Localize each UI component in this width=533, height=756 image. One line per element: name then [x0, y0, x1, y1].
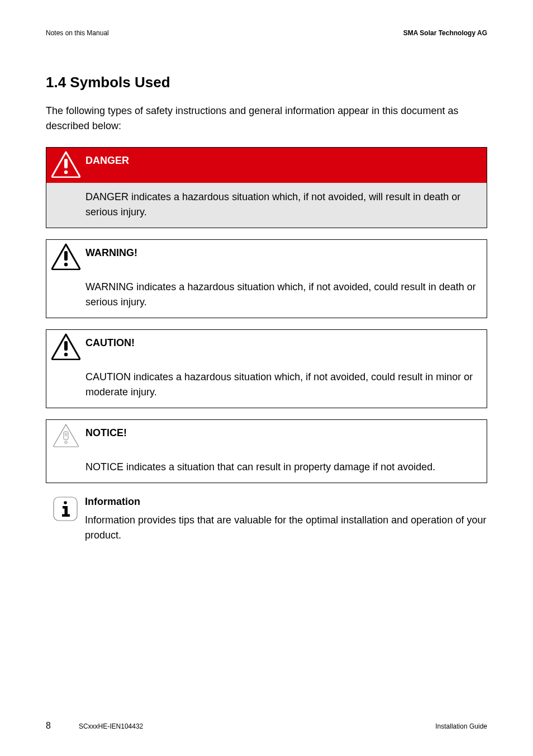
information-text: Information Information provides tips th… [85, 494, 487, 543]
header-company: SMA Solar Technology AG [403, 28, 487, 38]
notice-box: NOTICE! NOTICE indicates a situation tha… [46, 419, 487, 483]
footer-left: 8 SCxxxHE-IEN104432 [46, 719, 143, 733]
page-header: Notes on this Manual SMA Solar Technolog… [46, 28, 487, 38]
caution-box: CAUTION! CAUTION indicates a hazardous s… [46, 329, 487, 408]
danger-icon-cell [46, 148, 85, 181]
warning-title: WARNING! [85, 240, 487, 276]
danger-title: DANGER [85, 148, 487, 183]
notice-triangle-icon [52, 423, 80, 448]
svg-rect-15 [62, 514, 70, 517]
notice-title: NOTICE! [85, 420, 487, 456]
danger-header: DANGER [46, 148, 487, 183]
svg-point-1 [64, 171, 68, 174]
notice-body: NOTICE indicates a situation that can re… [46, 456, 487, 483]
warning-header: WARNING! [46, 240, 487, 276]
information-block: Information Information provides tips th… [46, 494, 487, 543]
document-id: SCxxxHE-IEN104432 [79, 721, 143, 731]
svg-rect-0 [64, 159, 68, 168]
svg-point-12 [64, 501, 67, 504]
danger-body: DANGER indicates a hazardous situation w… [46, 183, 487, 228]
page-footer: 8 SCxxxHE-IEN104432 Installation Guide [46, 719, 487, 733]
information-icon-cell [46, 494, 85, 522]
information-title: Information [85, 494, 487, 509]
warning-triangle-icon [51, 243, 81, 270]
footer-doc-type: Installation Guide [435, 721, 487, 731]
svg-point-5 [64, 353, 68, 356]
header-section-title: Notes on this Manual [46, 28, 109, 38]
warning-box: WARNING! WARNING indicates a hazardous s… [46, 239, 487, 318]
information-icon [52, 495, 79, 522]
svg-point-10 [65, 441, 68, 444]
warning-triangle-danger-icon [51, 151, 81, 178]
notice-header: NOTICE! [46, 420, 487, 456]
section-heading: 1.4 Symbols Used [46, 72, 487, 93]
caution-triangle-icon [51, 333, 81, 360]
caution-header: CAUTION! [46, 330, 487, 366]
warning-icon-cell [46, 240, 85, 273]
notice-icon-cell [46, 420, 85, 451]
svg-rect-14 [65, 506, 68, 516]
caution-icon-cell [46, 330, 85, 363]
svg-point-3 [64, 263, 68, 266]
danger-box: DANGER DANGER indicates a hazardous situ… [46, 147, 487, 228]
intro-paragraph: The following types of safety instructio… [46, 103, 487, 134]
svg-rect-2 [64, 251, 68, 261]
svg-rect-4 [64, 341, 68, 351]
caution-title: CAUTION! [85, 330, 487, 366]
warning-body: WARNING indicates a hazardous situation … [46, 276, 487, 318]
information-body: Information provides tips that are valua… [85, 513, 487, 543]
caution-body: CAUTION indicates a hazardous situation … [46, 366, 487, 408]
page-number: 8 [46, 719, 51, 733]
